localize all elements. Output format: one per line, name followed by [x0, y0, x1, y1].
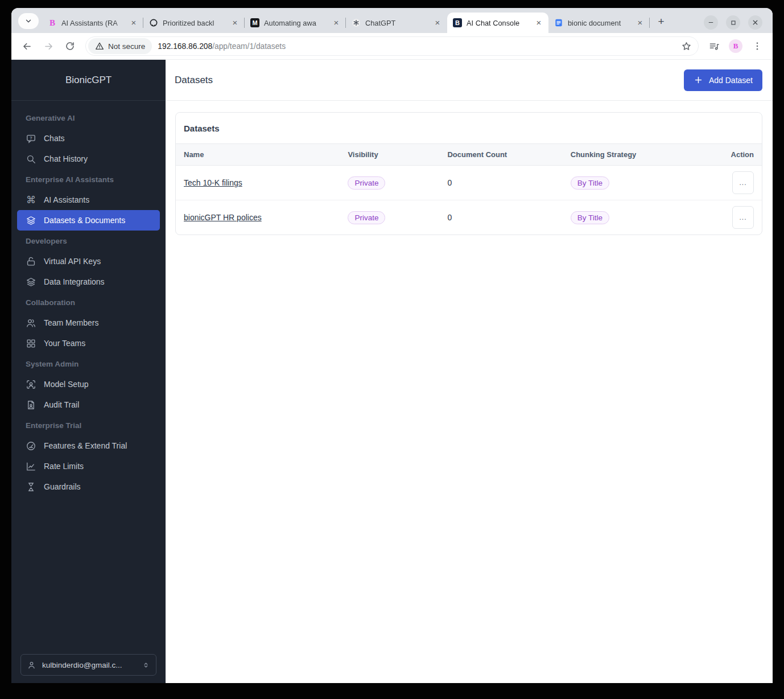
- sidebar-item-chats[interactable]: ?Chats: [17, 128, 160, 149]
- star-icon: [681, 41, 692, 52]
- section-label: Developers: [11, 231, 166, 251]
- url-path: /app/team/1/datasets: [212, 42, 286, 51]
- sidebar-item-label: Features & Extend Trial: [44, 441, 127, 450]
- tab-strip: BAI Assistants (RA×Prioritized backl×MAu…: [11, 8, 773, 33]
- browser-toolbar: Not secure 192.168.86.208/app/team/1/dat…: [11, 33, 773, 60]
- browser-tab-3[interactable]: MAutomating awa×: [245, 13, 346, 33]
- browser-tab-5[interactable]: BAI Chat Console×: [447, 13, 548, 33]
- sidebar-item-rate-limits[interactable]: Rate Limits: [17, 456, 160, 476]
- user-menu-select[interactable]: kulbinderdio@gmail.c...: [20, 654, 156, 676]
- row-actions-button[interactable]: ...: [732, 171, 754, 194]
- sidebar: BionicGPT Generative AI?ChatsChat Histor…: [11, 60, 166, 683]
- sidebar-item-datasets-documents[interactable]: Datasets & Documents: [17, 210, 160, 231]
- browser-menu-button[interactable]: [748, 36, 767, 56]
- main-content: Datasets Add Dataset Datasets NameVisibi…: [166, 60, 773, 683]
- sidebar-item-chat-history[interactable]: Chat History: [17, 149, 160, 169]
- back-button[interactable]: [17, 36, 36, 56]
- tab-title: ChatGPT: [365, 19, 430, 27]
- sidebar-item-virtual-api-keys[interactable]: Virtual API Keys: [17, 251, 160, 272]
- bionic-pink-favicon: B: [48, 18, 57, 27]
- sidebar-item-guardrails[interactable]: Guardrails: [17, 476, 160, 497]
- warning-icon: [95, 42, 104, 51]
- url-host: 192.168.86.208: [158, 42, 212, 51]
- window-controls: [704, 15, 768, 33]
- bionic-extension-icon: B: [729, 39, 742, 53]
- dataset-name-link[interactable]: Tech 10-K filings: [184, 178, 242, 187]
- browser-tab-2[interactable]: Prioritized backl×: [143, 13, 245, 33]
- close-window-button[interactable]: [748, 15, 762, 30]
- tab-close-icon[interactable]: ×: [432, 18, 443, 28]
- media-list-icon: [709, 41, 720, 52]
- new-tab-button[interactable]: +: [653, 14, 669, 30]
- sidebar-item-label: Your Teams: [44, 339, 85, 348]
- maximize-button[interactable]: [726, 15, 740, 30]
- browser-tab-4[interactable]: ChatGPT×: [346, 13, 447, 33]
- section-label: Enterprise AI Assistants: [11, 169, 166, 190]
- column-header-action: Action: [709, 144, 762, 166]
- row-actions-button[interactable]: ...: [732, 206, 754, 229]
- chevron-down-icon: [24, 17, 32, 25]
- browser-tab-6[interactable]: bionic document×: [548, 13, 650, 33]
- chat-icon: ?: [26, 133, 36, 144]
- sidebar-item-features-extend-trial[interactable]: Features & Extend Trial: [17, 435, 160, 456]
- sidebar-item-label: Guardrails: [44, 482, 81, 491]
- stack-icon: [26, 215, 36, 226]
- sidebar-item-data-integrations[interactable]: Data Integrations: [17, 272, 160, 292]
- svg-text:?: ?: [30, 135, 32, 140]
- visibility-badge: Private: [348, 176, 385, 190]
- sidebar-item-label: Data Integrations: [44, 277, 105, 286]
- bionic-navy-favicon: B: [453, 18, 462, 27]
- section-label: System Admin: [11, 353, 166, 374]
- security-chip[interactable]: Not secure: [88, 38, 152, 54]
- column-header-document-count: Document Count: [439, 144, 562, 166]
- extension-button[interactable]: B: [726, 36, 745, 56]
- sidebar-item-your-teams[interactable]: Your Teams: [17, 333, 160, 353]
- tab-close-icon[interactable]: ×: [331, 18, 341, 28]
- tab-title: AI Chat Console: [467, 19, 531, 27]
- tab-close-icon[interactable]: ×: [129, 18, 139, 28]
- sidebar-item-model-setup[interactable]: Model Setup: [17, 374, 160, 394]
- sidebar-item-audit-trail[interactable]: Audit Trail: [17, 394, 160, 415]
- tab-close-icon[interactable]: ×: [635, 18, 645, 28]
- brand-title: BionicGPT: [11, 60, 166, 101]
- sidebar-item-ai-assistants[interactable]: ⌘AI Assistants: [17, 190, 160, 210]
- tab-close-icon[interactable]: ×: [230, 18, 240, 28]
- address-bar[interactable]: Not secure 192.168.86.208/app/team/1/dat…: [85, 36, 699, 56]
- tab-close-icon[interactable]: ×: [534, 18, 544, 28]
- add-dataset-label: Add Dataset: [709, 76, 753, 85]
- tab-title: bionic document: [568, 19, 633, 27]
- reload-button[interactable]: [60, 36, 80, 56]
- dataset-name-link[interactable]: bionicGPT HR polices: [184, 213, 262, 222]
- browser-window: BAI Assistants (RA×Prioritized backl×MAu…: [11, 8, 773, 683]
- page-title: Datasets: [175, 75, 213, 86]
- reload-icon: [65, 41, 75, 51]
- person-icon: [27, 660, 36, 670]
- stack-icon: [26, 277, 36, 287]
- chart-icon: [26, 461, 36, 472]
- tabs-container: BAI Assistants (RA×Prioritized backl×MAu…: [42, 8, 650, 33]
- column-header-visibility: Visibility: [340, 144, 439, 166]
- chatgpt-favicon: [352, 18, 361, 27]
- datasets-table: NameVisibilityDocument CountChunking Str…: [176, 143, 762, 235]
- sidebar-item-label: AI Assistants: [44, 195, 89, 204]
- section-label: Collaboration: [11, 292, 166, 313]
- sidebar-item-label: Audit Trail: [44, 400, 79, 409]
- add-dataset-button[interactable]: Add Dataset: [684, 69, 762, 91]
- section-label: Generative AI: [11, 108, 166, 128]
- table-body: Tech 10-K filingsPrivate0By Title...bion…: [176, 166, 762, 235]
- browser-tab-1[interactable]: BAI Assistants (RA×: [42, 13, 143, 33]
- medium-favicon: M: [250, 18, 259, 27]
- sidebar-item-label: Chats: [44, 134, 65, 143]
- sidebar-item-label: Rate Limits: [44, 462, 84, 471]
- bookmark-button[interactable]: [676, 36, 696, 56]
- minimize-button[interactable]: [704, 15, 718, 30]
- tab-search-button[interactable]: [18, 13, 39, 29]
- forward-button[interactable]: [39, 36, 58, 56]
- url-text: 192.168.86.208/app/team/1/datasets: [158, 42, 286, 51]
- github-favicon: [149, 18, 158, 27]
- column-header-name: Name: [176, 144, 340, 166]
- sidebar-item-team-members[interactable]: Team Members: [17, 313, 160, 333]
- user-scan-icon: [26, 379, 36, 390]
- hourglass-icon: [26, 482, 36, 492]
- media-controls-button[interactable]: [704, 36, 724, 56]
